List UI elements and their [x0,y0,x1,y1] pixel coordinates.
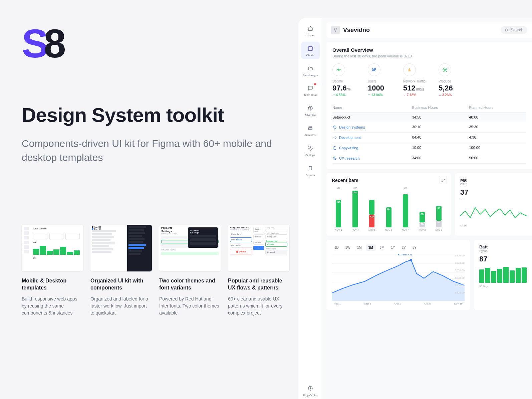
sidebar-item-label: Advertise [305,114,316,117]
bar-cap: 9h [404,187,407,189]
range-tab-3m[interactable]: 3M [366,244,376,251]
overview-title: Overall Overview [332,47,526,53]
dollar-icon [306,104,315,113]
sidebar-item-home[interactable]: Home [301,22,320,39]
clipboard-icon [306,164,315,173]
page-title: Design System toolkit [22,104,282,127]
clock-icon [306,384,315,393]
bar-column: 12h NOV 5 [365,191,378,231]
cell-planned-hours: 4:30 [469,135,526,140]
battery-value: 87 [479,255,527,263]
cell-business-hours: 30:10 [412,125,469,130]
x-tick: Sep 3 [364,302,371,305]
y-tick: $900.00 [455,254,465,257]
cell-name: Design systems [332,125,412,130]
metric-network-traffic: Network Traffic 512mb/s ⌄ 7.18% [403,63,430,97]
topbar: V Vsevidno Search [326,22,532,38]
cell-planned-hours: 35:30 [469,125,526,130]
sidebar-item-team-chat[interactable]: Team Chat [301,81,320,99]
range-tab-6m[interactable]: 6M [377,244,387,251]
feature-title: Popular and reusable UX flows & patterns [228,277,289,291]
table-row[interactable]: UX-research 34:00 50:00 [332,153,526,164]
battery-card: Batt Syste 87 30 Day [474,240,532,310]
feature-body: Powered by Red Hat and Inter fonts. Two … [159,295,221,317]
search-placeholder: Search [511,28,523,32]
feature-body: Build responsive web apps by reusing the… [22,295,83,317]
svg-point-11 [374,68,376,70]
cell-planned-hours: 50:00 [469,156,526,161]
recent-bars-card: Recent bars 8h 48h NOV 3 10h 24h NOV 4 [326,173,451,236]
layers-icon [306,124,315,133]
calendar-icon [306,44,315,53]
bar-label: NOV 4 [352,229,359,231]
feature-body: Organized and labeled for a faster workf… [90,295,152,317]
x-tick: Oct 8 [424,302,431,305]
sidebar-item-advertise[interactable]: Advertise [301,102,320,119]
y-tick: $800.00 [455,261,465,264]
metric-label: Network Traffic [403,79,430,83]
svg-point-5 [310,148,311,149]
x-tick: Nov 16 [454,302,463,305]
trend-value: +33 [408,253,413,256]
svg-point-9 [505,29,508,31]
metric-value: 1000 [368,84,384,92]
range-tab-2y[interactable]: 2Y [399,244,409,251]
notification-badge [314,83,316,85]
th-name: Name [332,106,412,110]
target-icon [332,156,337,161]
cell-planned-hours: 40:00 [469,115,526,119]
metric-produce: Produce 5,26 ⌄ 3.26% [439,63,465,97]
metric-delta: ⌃ 4.56% [332,93,359,97]
feature-thumbnail: Overall Overview 97.6 3721 [22,225,83,271]
y-tick: $700.00 [455,269,465,272]
battery-title: Batt [479,244,527,249]
cpu-subtitle: CPU [460,183,527,186]
table-row[interactable]: Copywriting 10:00 100:00 [332,143,526,153]
sidebar-item-domains[interactable]: Domains [301,122,320,139]
bar-label: NOV 6 [385,229,392,231]
gear-icon [306,144,315,153]
sidebar-item-charts[interactable]: Charts [301,42,320,59]
sidebar-item-label: Domains [305,134,316,137]
x-tick: Aug 1 [334,302,341,305]
bar-label: NOV 7 [402,229,409,231]
battery-x-label: 30 Day [479,285,527,288]
range-tab-1w[interactable]: 1W [343,244,353,251]
range-tabs: 1D1W1M3M6M1Y2Y5Y [332,244,465,251]
range-tab-1y[interactable]: 1Y [388,244,398,251]
bar-column: 4h2h NOV 8 [416,191,429,231]
table-row[interactable]: Design systems 30:10 35:30 [332,122,526,133]
expand-button[interactable] [440,177,447,184]
feature-title: Mobile & Desktop templates [22,277,83,291]
code-icon [332,135,337,140]
bar-column: 8h 48h NOV 3 [332,191,345,231]
bar-cap: 8h [337,187,340,189]
sidebar-item-reports[interactable]: Reports [301,162,320,179]
cell-business-hours: 34:00 [412,156,469,161]
bar-label: NOV 3 [335,229,342,231]
feature-thumbnail: Navigation patterns Additional controls … [228,225,289,271]
feature-card: Payments Settings PRIMARY SETTINGS CHECK… [159,225,221,317]
sidebar-item-file-manager[interactable]: File Manager [301,62,320,79]
svg-point-16 [333,157,336,160]
search-input[interactable]: Search [501,26,527,34]
range-tab-5y[interactable]: 5Y [410,244,419,251]
brand-badge: V [331,26,340,34]
y-tick: $600.00 [455,276,465,279]
table-row[interactable]: Development 04:40 4:30 [332,133,526,143]
cell-name: Setproduct [332,115,412,119]
table-row[interactable]: Setproduct 34:50 40:00 [332,113,526,122]
bar-label: NOV 5 [368,229,375,231]
sidebar-item-help-center[interactable]: Help Center [301,382,320,399]
range-tab-1m[interactable]: 1M [354,244,364,251]
sidebar-item-settings[interactable]: Settings [301,142,320,159]
range-tab-1d[interactable]: 1D [332,244,341,251]
y-tick: $500.00 [455,284,465,287]
overview-card: Overall Overview During the last 30 days… [326,42,532,169]
svg-rect-0 [308,46,312,50]
bar-label: NOV 8 [419,229,426,231]
feature-thumbnail: Payments Settings PRIMARY SETTINGS CHECK… [159,225,221,271]
metric-delta: ⌃ 13.84% [368,93,394,97]
feature-title: Organized UI kit with components [90,277,152,291]
metric-uptime: Uptime 97.6% ⌃ 4.56% [332,63,359,97]
